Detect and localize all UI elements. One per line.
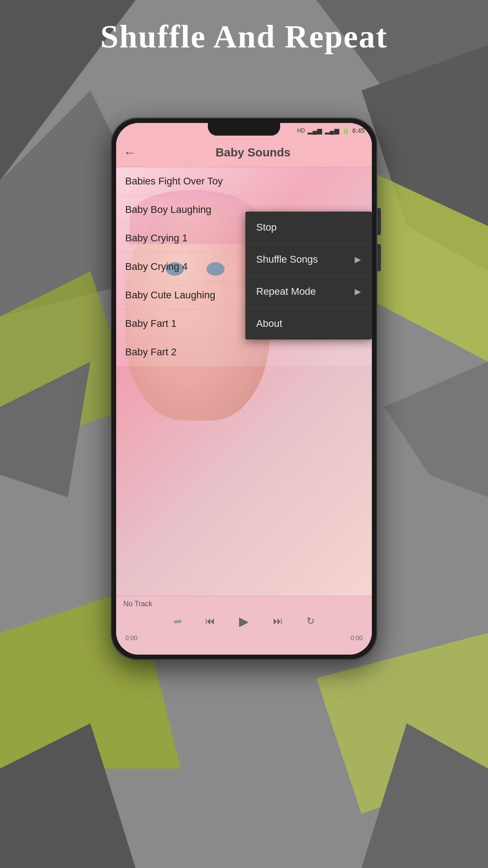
next-icon: ⏭ [273, 615, 283, 627]
volume-button-1[interactable] [377, 208, 381, 235]
back-button[interactable]: ← [123, 146, 136, 160]
dropdown-menu: Stop Shuffle Songs ▶ Repeat Mode ▶ About [245, 212, 372, 340]
menu-item-label: About [256, 318, 282, 330]
player-bar: No Track ⇌ ⏮ ▶ ⏭ ↻ 0:00 [116, 596, 372, 655]
time-current: 0:00 [125, 634, 137, 642]
next-button[interactable]: ⏭ [268, 611, 288, 631]
player-timestamps: 0:00 0:00 [123, 634, 365, 642]
time-total: 0:00 [351, 634, 363, 642]
previous-button[interactable]: ⏮ [200, 611, 220, 631]
battery-icon: 🔋 [342, 127, 350, 134]
shuffle-button[interactable]: ⇌ [168, 611, 188, 631]
menu-item-repeat[interactable]: Repeat Mode ▶ [245, 276, 372, 308]
song-title: Baby Crying 4 [125, 261, 188, 272]
shuffle-icon: ⇌ [174, 616, 182, 627]
song-title: Baby Fart 2 [125, 346, 177, 358]
app-bar-title: Baby Sounds [141, 146, 365, 160]
app-bar: ← Baby Sounds [116, 138, 372, 167]
chevron-right-icon: ▶ [355, 287, 361, 297]
menu-item-label: Repeat Mode [256, 286, 316, 297]
network-bars: ▂▄▆ [308, 127, 322, 134]
wifi-bars: ▂▄▆ [325, 127, 339, 134]
volume-button-2[interactable] [377, 244, 381, 271]
song-title: Baby Fart 1 [125, 318, 177, 329]
now-playing-track: No Track [123, 600, 365, 608]
menu-item-stop[interactable]: Stop [245, 212, 372, 244]
playback-controls: ⇌ ⏮ ▶ ⏭ ↻ [123, 610, 365, 632]
phone-screen: HD ▂▄▆ ▂▄▆ 🔋 6:45 ← Baby Sounds [116, 123, 372, 655]
chevron-right-icon: ▶ [355, 255, 361, 264]
prev-icon: ⏮ [205, 615, 215, 627]
page-title: Shuffle And Repeat [0, 18, 488, 56]
song-title: Baby Boy Laughing [125, 204, 211, 215]
menu-item-about[interactable]: About [245, 308, 372, 340]
menu-item-label: Shuffle Songs [256, 254, 318, 265]
time-display: 6:45 [352, 127, 365, 134]
song-list: Babies Fight Over Toy Baby Boy Laughing … [116, 167, 372, 596]
menu-item-shuffle[interactable]: Shuffle Songs ▶ [245, 244, 372, 276]
repeat-button[interactable]: ↻ [300, 611, 320, 631]
notch [208, 123, 280, 136]
repeat-icon: ↻ [306, 615, 314, 627]
phone-frame: HD ▂▄▆ ▂▄▆ 🔋 6:45 ← Baby Sounds [111, 118, 377, 660]
song-title: Baby Cute Laughing [125, 289, 215, 301]
song-title: Baby Crying 1 [125, 232, 188, 244]
list-item[interactable]: Baby Fart 2 [116, 338, 372, 367]
menu-item-label: Stop [256, 222, 277, 233]
song-title: Babies Fight Over Toy [125, 175, 223, 187]
list-item[interactable]: Babies Fight Over Toy [116, 167, 372, 196]
play-icon: ▶ [239, 614, 249, 629]
signal-indicator: HD [297, 127, 305, 134]
play-button[interactable]: ▶ [233, 610, 255, 632]
